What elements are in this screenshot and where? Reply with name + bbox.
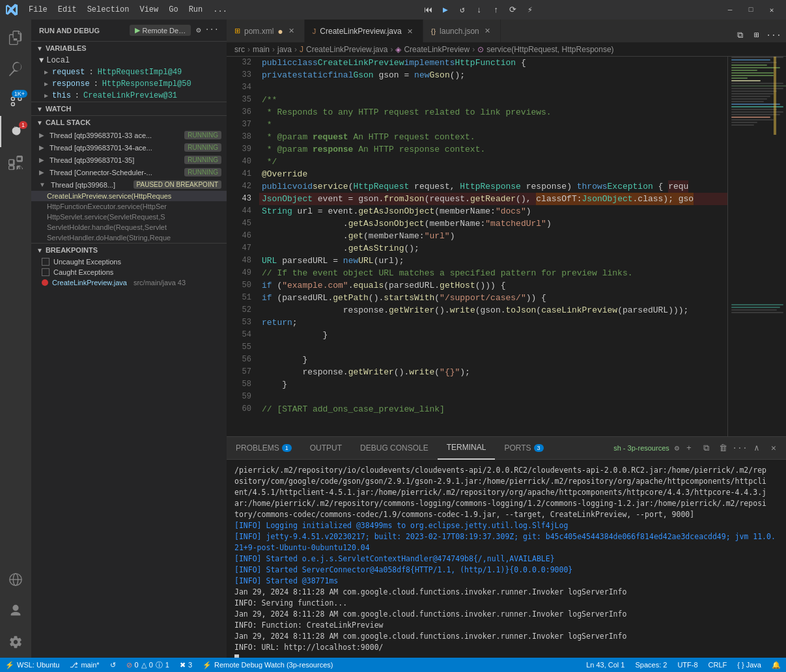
kill-terminal-btn[interactable]: 🗑 (716, 441, 730, 455)
var-request[interactable]: ▶ request : HttpRequestImpl@49 (31, 66, 227, 78)
call-stack-header[interactable]: ▼ CALL STACK (31, 116, 227, 129)
tab-launch-close[interactable]: ✕ (483, 27, 492, 36)
menu-selection[interactable]: Selection (82, 3, 135, 17)
status-debug-watch[interactable]: ⚡ Remote Debug Watch (3p-resources) (197, 658, 338, 672)
thread-paused[interactable]: ▼ Thread [qtp39968...] PAUSED ON BREAKPO… (31, 178, 227, 191)
menu-file[interactable]: File (23, 3, 53, 17)
var-this[interactable]: ▶ this : CreateLinkPreview@31 (31, 90, 227, 102)
menu-go[interactable]: Go (163, 3, 183, 17)
split-terminal-btn[interactable]: ⧉ (699, 441, 713, 455)
breadcrumb-main[interactable]: main (253, 45, 270, 54)
panel-more-btn[interactable]: ··· (733, 441, 747, 455)
debug-step-out-btn[interactable]: ↑ (489, 3, 503, 17)
line-num-60: 60 (227, 403, 251, 415)
tab-pom-xml[interactable]: ⊞ pom.xml ● ✕ (227, 20, 305, 42)
panel-tab-ports[interactable]: PORTS 3 (495, 437, 552, 460)
status-sync[interactable]: ↺ (105, 658, 121, 672)
watch-header[interactable]: ▼ WATCH (31, 102, 227, 115)
tab-bar: ⊞ pom.xml ● ✕ J CreateLinkPreview.java ✕… (227, 20, 786, 42)
problems-badge: 1 (282, 444, 292, 452)
window-minimize[interactable]: — (721, 3, 739, 17)
frame-1[interactable]: HttpFunctionExecutor.service(HttpSer (31, 201, 227, 212)
debug-back-btn[interactable]: ⏮ (421, 3, 436, 17)
status-eol[interactable]: CRLF (703, 658, 733, 672)
panel-tab-output[interactable]: OUTPUT (301, 437, 351, 460)
breadcrumb-src[interactable]: src (234, 45, 245, 54)
tab-create-link-close[interactable]: ✕ (406, 27, 415, 36)
breadcrumb-file[interactable]: CreateLinkPreview.java (306, 45, 387, 54)
window-maximize[interactable]: □ (742, 3, 760, 17)
menu-view[interactable]: View (134, 3, 163, 17)
bp-caught-checkbox[interactable] (42, 268, 49, 276)
breadcrumb-class[interactable]: CreateLinkPreview (404, 45, 470, 54)
frame-3[interactable]: ServletHolder.handle(Request,Servlet (31, 222, 227, 232)
status-position[interactable]: Ln 43, Col 1 (581, 658, 630, 672)
tab-actions: ⧉ ⊞ ··· (727, 28, 786, 42)
frame-2[interactable]: HttpServlet.service(ServletRequest,S (31, 212, 227, 222)
breadcrumb-java[interactable]: java (277, 45, 292, 54)
frame-0[interactable]: CreateLinkPreview.service(HttpReques (31, 191, 227, 201)
status-language[interactable]: { } Java (732, 658, 766, 672)
activity-bar: 1K+ 1 (0, 20, 31, 658)
bp-uncaught[interactable]: Uncaught Exceptions (31, 257, 227, 267)
svg-rect-31 (774, 57, 776, 135)
panel-tab-terminal[interactable]: TERMINAL (438, 437, 496, 460)
add-terminal-btn[interactable]: + (682, 441, 696, 455)
frame-4[interactable]: ServletHandler.doHandle(String,Reque (31, 232, 227, 243)
terminal-content[interactable]: /pierrick/.m2/repository/io/cloudevents/… (227, 460, 786, 658)
code-content[interactable]: public class CreateLinkPreview implement… (259, 57, 727, 436)
status-branch[interactable]: ⎇ main* (64, 658, 104, 672)
panel-up-btn[interactable]: ∧ (750, 441, 764, 455)
thread-3[interactable]: ▶ Thread [qtp399683701-35] RUNNING (31, 154, 227, 166)
debug-restart-btn[interactable]: ⟳ (506, 3, 520, 17)
thread-4[interactable]: ▶ Thread [Connector-Scheduler-... RUNNIN… (31, 166, 227, 178)
window-close[interactable]: ✕ (763, 3, 781, 17)
activity-run-debug[interactable]: 1 (0, 116, 31, 147)
code-editor: 3233343536373839404142434445464748495051… (227, 57, 786, 436)
thread-1[interactable]: ▶ Thread [qtp399683701-33 ace... RUNNING (31, 129, 227, 141)
tab-launch-json[interactable]: {} launch.json ✕ (423, 20, 501, 42)
local-section-header[interactable]: ▼ Local (31, 55, 227, 66)
status-encoding[interactable]: UTF-8 (672, 658, 703, 672)
var-response[interactable]: ▶ response : HttpResponseImpl@50 (31, 78, 227, 90)
panel-close-btn[interactable]: ✕ (766, 441, 781, 455)
activity-settings[interactable] (0, 626, 31, 658)
split-editor-btn[interactable]: ⧉ (733, 28, 747, 42)
variables-header[interactable]: ▼ VARIABLES (31, 42, 227, 55)
debug-continue-btn[interactable]: ▶ (438, 3, 453, 17)
run-config-btn[interactable]: ▶ Remote De… (130, 25, 191, 36)
thread-2[interactable]: ▶ Thread [qtp399683701-34-ace... RUNNING (31, 141, 227, 154)
breakpoints-header[interactable]: ▼ BREAKPOINTS (31, 244, 227, 257)
debug-lightning-btn[interactable]: ⚡ (523, 3, 537, 17)
debug-settings-icon[interactable]: ⚙ (196, 25, 201, 35)
tab-pom-close[interactable]: ✕ (287, 27, 296, 36)
bp-uncaught-checkbox[interactable] (42, 258, 49, 266)
tab-create-link-preview[interactable]: J CreateLinkPreview.java ✕ (305, 20, 423, 42)
debug-step-over-btn[interactable]: ↺ (455, 3, 470, 17)
status-notifications[interactable]: 🔔 (766, 658, 786, 672)
activity-remote-explorer[interactable] (0, 564, 31, 595)
activity-accounts[interactable] (0, 595, 31, 626)
frame-4-name: ServletHandler.doHandle(String,Reque (47, 234, 171, 242)
bp-caught[interactable]: Caught Exceptions (31, 267, 227, 277)
activity-search[interactable] (0, 53, 31, 85)
menu-edit[interactable]: Edit (53, 3, 82, 17)
breadcrumb-method[interactable]: service(HttpRequest, HttpResponse) (486, 45, 613, 54)
editor-layout-btn[interactable]: ⊞ (750, 28, 764, 42)
line-num-39: 39 (227, 143, 251, 156)
activity-source-control[interactable]: 1K+ (0, 85, 31, 116)
menu-more[interactable]: ... (208, 3, 232, 17)
activity-explorer[interactable] (0, 22, 31, 53)
status-errors[interactable]: ⊘ 0 △ 0 ⓘ 1 (121, 658, 175, 672)
panel-tab-problems[interactable]: PROBLEMS 1 (227, 437, 301, 460)
status-remote[interactable]: ⚡ WSL: Ubuntu (0, 658, 64, 672)
debug-more-icon[interactable]: ··· (204, 25, 219, 35)
panel-tab-debug-console[interactable]: DEBUG CONSOLE (351, 437, 438, 460)
activity-extensions[interactable] (0, 147, 31, 178)
debug-step-into-btn[interactable]: ↓ (472, 3, 486, 17)
editor-more-btn[interactable]: ··· (766, 28, 781, 42)
menu-run[interactable]: Run (184, 3, 208, 17)
bp-file[interactable]: CreateLinkPreview.java src/main/java 43 (31, 277, 227, 288)
status-spaces[interactable]: Spaces: 2 (630, 658, 672, 672)
status-ports[interactable]: ✖ 3 (175, 658, 197, 672)
